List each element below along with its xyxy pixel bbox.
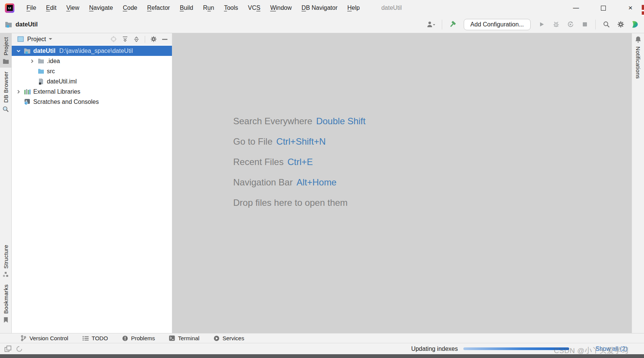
tool-button-structure[interactable]: Structure [0,241,11,281]
menu-label: W [270,5,276,11]
shortcut-action-label: Navigation Bar [233,177,293,188]
run-with-coverage-button[interactable] [565,19,576,30]
scratches-icon [24,99,31,105]
chevron-down-icon[interactable] [48,38,53,40]
project-view-icon [17,36,24,42]
menu-label: B [180,5,184,11]
tree-item-name: dateUtil.iml [47,78,77,85]
settings-button[interactable] [615,19,626,30]
close-button[interactable]: × [617,0,644,16]
shortcut-keystroke: Ctrl+E [287,157,313,167]
tree-item-name: External Libraries [33,88,80,95]
tree-item-dateutil-iml[interactable]: dateUtil.iml [12,76,172,86]
stop-button[interactable] [579,19,590,30]
breadcrumb-project-name: dateUtil [15,21,38,28]
menu-label: R [203,5,207,11]
menu-label: ools [227,5,238,11]
chevron-right-icon[interactable] [29,58,35,64]
menu-code[interactable]: Code [118,0,142,16]
user-account-button[interactable] [426,19,437,30]
menu-view[interactable]: View [61,0,84,16]
toolbar-right-group: Add Configuration... [426,19,641,30]
notifications-bell-icon[interactable] [635,36,642,43]
close-icon: × [628,4,632,12]
tool-button-services[interactable]: Services [214,335,245,341]
menu-label: n [211,5,214,11]
menu-navigate[interactable]: Navigate [84,0,118,16]
shortcut-line: Go to FileCtrl+Shift+N [233,131,365,152]
chevron-down-icon[interactable] [15,48,22,54]
menu-label: VC [248,5,256,11]
tool-button-label: Services [223,335,245,341]
tool-window-layout-icon[interactable] [5,346,11,352]
shortcut-line: Drop files here to open them [233,193,365,213]
menu-help[interactable]: Help [342,0,365,16]
tool-button-project[interactable]: Project [0,33,11,68]
left-tool-stripe: Project DB Browser Structure Bookmarks [0,33,12,333]
tree-item-name: .idea [47,58,60,65]
shortcut-action-label: Recent Files [233,157,283,167]
hide-panel-minus-icon[interactable] [162,37,167,42]
menu-edit[interactable]: Edit [41,0,62,16]
module-file-icon [37,78,44,85]
menu-vcs[interactable]: VCS [243,0,265,16]
project-panel-title[interactable]: Project [27,36,46,43]
tree-item-dateutil-root[interactable]: dateUtil D:\java\idea_space\dateUtil [12,46,172,56]
version-control-branch-icon [20,335,26,341]
plugin-button[interactable] [629,19,641,30]
gear-icon[interactable] [150,36,157,42]
tool-button-todo[interactable]: TODO [82,335,108,341]
search-icon [603,21,610,28]
main-toolbar: dateUtil Add Configuration... [0,16,644,33]
run-button[interactable] [536,19,547,30]
show-all-link[interactable]: Show all (2) [596,346,627,352]
minimize-button[interactable]: — [562,0,590,16]
tool-button-db-browser[interactable]: DB Browser [0,68,11,116]
indexing-status-label: Updating indexes [411,346,458,352]
gear-icon [617,21,624,28]
tree-item-scratches[interactable]: Scratches and Consoles [12,97,172,107]
chevron-right-icon[interactable] [15,89,22,95]
collapse-all-icon[interactable] [133,36,139,42]
intellij-logo-icon: IJ [5,3,14,13]
status-bar-left [5,346,23,352]
tool-button-label: Project [3,37,9,56]
tool-button-terminal[interactable]: Terminal [169,335,200,341]
tool-button-problems[interactable]: Problems [122,335,155,341]
expand-all-icon[interactable] [122,36,128,42]
tree-item-name: Scratches and Consoles [33,99,99,105]
tool-button-notifications-label[interactable]: Notifications [635,46,641,79]
debug-button[interactable] [550,19,562,30]
tree-item-name: dateUtil [33,48,56,54]
shortcut-hints: Search EverywhereDouble Shift Go to File… [233,111,365,213]
project-folder-icon [5,21,12,28]
menu-run[interactable]: Run [198,0,219,16]
menu-build[interactable]: Build [175,0,198,16]
maximize-button[interactable] [590,0,617,16]
shortcut-line: Search EverywhereDouble Shift [233,111,365,131]
menu-window[interactable]: Window [265,0,297,16]
menu-label: uild [184,5,193,11]
minimize-icon: — [573,5,579,11]
menu-tools[interactable]: Tools [219,0,243,16]
shortcut-keystroke: Ctrl+Shift+N [276,136,326,147]
tool-button-version-control[interactable]: Version Control [20,335,68,341]
tool-button-bookmarks[interactable]: Bookmarks [0,281,11,326]
tree-item-external-libraries[interactable]: External Libraries [12,86,172,97]
build-project-button[interactable] [447,19,458,30]
window-controls: — × [562,0,644,16]
tree-item-idea-folder[interactable]: .idea [12,56,172,66]
folder-icon [37,58,44,64]
menu-refactor[interactable]: Refactor [142,0,175,16]
status-bar-right: Updating indexes Show all (2) [411,346,644,352]
search-everywhere-button[interactable] [601,19,612,30]
intellij-logo-text: IJ [7,5,13,11]
tree-item-src-folder[interactable]: src [12,66,172,76]
locate-target-icon[interactable] [110,36,117,42]
shortcut-keystroke: Alt+Home [296,177,336,188]
add-configuration-button[interactable]: Add Configuration... [464,19,531,30]
menu-file[interactable]: File [22,0,41,16]
breadcrumb[interactable]: dateUtil [5,21,38,28]
folder-icon [3,59,9,64]
menu-db-navigator[interactable]: DB Navigator [297,0,342,16]
